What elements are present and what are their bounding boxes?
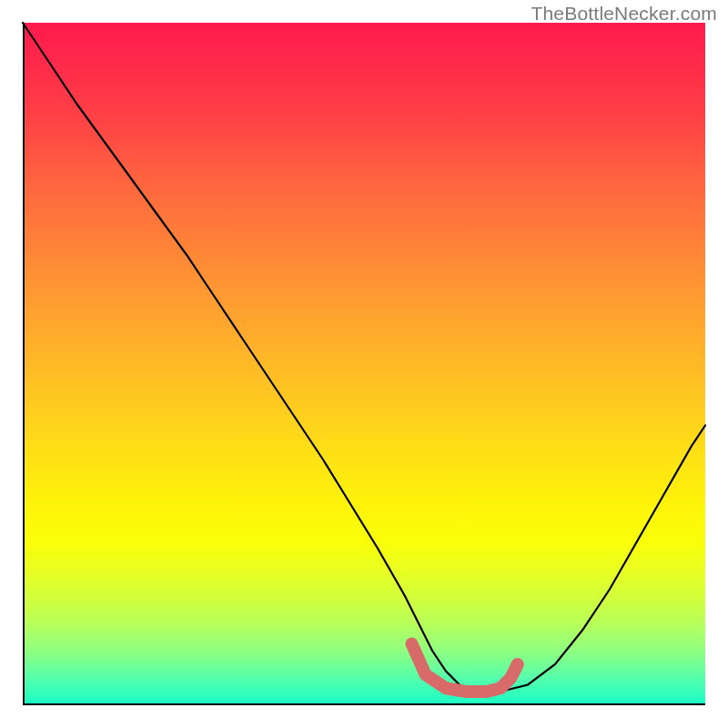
watermark-text: TheBottleNecker.com: [531, 3, 717, 25]
y-axis: [23, 23, 25, 705]
x-axis: [23, 703, 705, 705]
bottleneck-curve: [23, 23, 705, 692]
chart-svg: [23, 23, 705, 705]
trough-marker: [412, 644, 518, 693]
chart-container: TheBottleNecker.com: [0, 0, 728, 728]
